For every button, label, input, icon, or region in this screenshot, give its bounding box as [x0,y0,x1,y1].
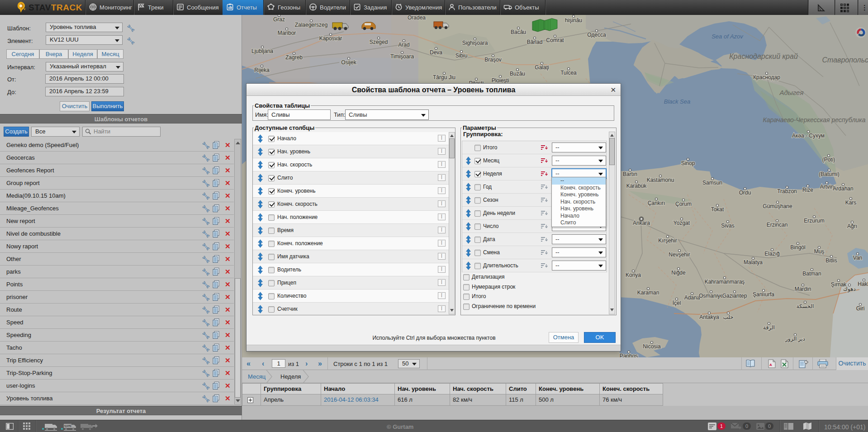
svg-text:Kars: Kars [845,199,857,206]
svg-text:Rize: Rize [802,187,813,193]
svg-text:Nicosia: Nicosia [643,343,661,350]
svg-text:Hakk: Hakk [858,281,868,287]
svg-text:hişinău: hişinău [565,17,582,24]
svg-text:Buzău: Buzău [510,71,525,77]
svg-text:(Batumi): (Batumi) [819,171,839,177]
svg-text:Краснодар: Краснодар [753,74,780,81]
svg-text:Muş: Muş [814,248,825,255]
svg-text:Oradea: Oradea [408,15,426,21]
svg-text:Sighişoara: Sighişoara [462,40,488,46]
svg-text:Bârlad: Bârlad [527,39,543,45]
svg-text:Timişoara: Timişoara [390,53,414,60]
svg-text:Карачаево-Черкесская республик: Карачаево-Черкесская республика [763,116,865,123]
svg-text:Одесса: Одесса [587,32,606,38]
svg-text:(Poti): (Poti) [822,157,835,163]
svg-text:Galaţi: Galaţi [535,64,549,71]
svg-text:Niğde: Niğde [671,270,686,276]
svg-text:Şanlıurfa: Şanlıurfa [753,291,774,298]
svg-text:Konya: Konya [626,272,641,278]
svg-text:Kaposvár: Kaposvár [319,35,342,42]
svg-text:Braşov: Braşov [484,57,501,63]
svg-text:Szeged: Szeged [370,39,388,45]
svg-text:Antakya: Antakya [699,314,719,320]
svg-text:الحسكة: الحسكة [797,303,814,309]
svg-text:Nevşehir: Nevşehir [669,252,690,258]
svg-text:Samsun: Samsun [702,180,722,186]
svg-text:Ставропольски: Ставропольски [822,56,868,64]
svg-text:Bartın: Bartın [623,171,637,177]
svg-text:Çorum: Çorum [675,201,692,207]
svg-text:Sibiu: Sibiu [455,52,468,59]
svg-text:Kastamonu: Kastamonu [647,177,674,183]
svg-text:Адыгея: Адыгея [779,89,804,96]
svg-text:Yozgat: Yozgat [674,220,690,226]
svg-text:Black Sea: Black Sea [664,98,691,105]
svg-text:A: A [769,363,772,367]
svg-text:Van: Van [853,255,862,261]
svg-text:Ljubljana: Ljubljana [251,48,273,54]
svg-text:دير الزور: دير الزور [785,336,805,342]
svg-text:Bingöl: Bingöl [790,244,805,251]
svg-text:Kahramanmaraş: Kahramanmaraş [705,279,745,285]
svg-text:Târgu Jiu: Târgu Jiu [433,74,455,81]
svg-text:Maribor: Maribor [278,30,296,36]
svg-text:Gaziantep: Gaziantep [722,293,747,299]
svg-text:Osijek: Osijek [341,59,356,66]
svg-text:دهوك: دهوك [843,286,856,293]
svg-text:NAME: NAME [64,424,72,428]
svg-text:Gümüşhane: Gümüşhane [763,203,792,209]
svg-text:Mardin: Mardin [795,286,811,292]
svg-text:Краснодарский край: Краснодарский край [729,52,798,60]
svg-text:Bitlis: Bitlis [825,257,837,264]
svg-text:Акəа - Сухум: Акəа - Сухум [792,133,825,139]
svg-text:Trabzon: Trabzon [777,188,797,195]
svg-text:Zalaegerszeg: Zalaegerszeg [295,22,328,28]
svg-text:Çankırı: Çankırı [648,200,665,206]
svg-text:Tokat: Tokat [711,206,724,213]
svg-text:Rijeka: Rijeka [254,67,270,73]
svg-text:Elazığ: Elazığ [764,251,779,257]
svg-text:Tulcea: Tulcea [560,70,577,76]
svg-text:Erzurum: Erzurum [804,218,824,224]
svg-text:Ardahan: Ardahan [833,185,853,192]
svg-text:Karaman: Karaman [637,290,659,296]
svg-text:Adana: Adana [684,294,700,301]
svg-text:Giri: Giri [856,305,865,312]
svg-text:Arad: Arad [398,42,409,48]
svg-text:Artvin: Artvin [820,184,834,190]
svg-text:Comrat: Comrat [546,37,564,43]
svg-text:Osmaniye: Osmaniye [699,293,723,299]
svg-text:İçel: İçel [673,300,681,306]
svg-text:Ordu: Ordu [739,190,751,196]
svg-text:Deva: Deva [430,49,442,56]
svg-text:Batman: Batman [802,271,821,277]
svg-text:Graz: Graz [273,16,285,23]
svg-text:Karabük: Karabük [626,183,647,189]
svg-text:Kırşehir: Kırşehir [658,237,677,244]
svg-text:Zagreb: Zagreb [285,54,303,61]
svg-text:Ağrı: Ağrı [847,223,857,229]
svg-text:Bacău: Bacău [511,29,526,35]
svg-text:Malatya: Malatya [744,259,763,266]
svg-text:Ploieşti: Ploieşti [492,77,509,84]
svg-text:حلب: حلب [723,314,733,320]
svg-text:Paphos: Paphos [620,353,638,357]
svg-text:Sinop: Sinop [681,160,695,166]
svg-text:Erzincan: Erzincan [767,222,788,228]
svg-text:الرقة: الرقة [763,324,775,331]
svg-text:Sivas: Sivas [721,223,734,229]
svg-text:Sea of Azov: Sea of Azov [711,33,744,40]
